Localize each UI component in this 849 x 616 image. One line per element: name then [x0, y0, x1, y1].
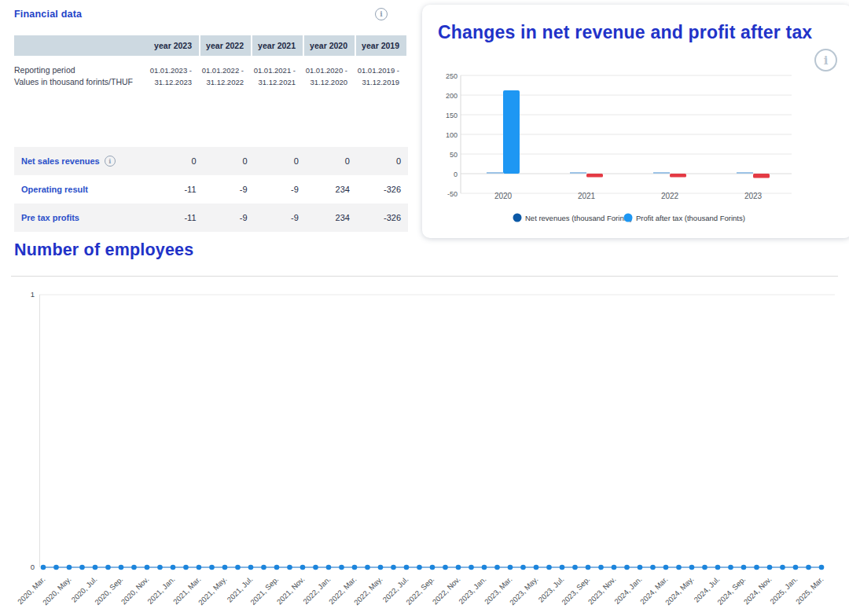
employees-point[interactable] [780, 565, 785, 570]
table-cell: 234 [306, 213, 357, 222]
table-cell: -11 [152, 185, 203, 194]
bar-profit-after-tax-2022[interactable] [670, 174, 686, 178]
employees-point[interactable] [430, 565, 436, 570]
employees-point[interactable] [534, 565, 539, 570]
table-cell: -9 [204, 185, 255, 194]
employees-point[interactable] [456, 565, 461, 570]
financial-data-title: Financial data [14, 9, 82, 20]
bar-profit-after-tax-2020[interactable] [503, 90, 520, 174]
bar-net-revenues-2021[interactable] [570, 172, 586, 174]
employees-point[interactable] [79, 565, 85, 570]
employees-point[interactable] [754, 565, 759, 570]
employees-point[interactable] [274, 565, 280, 570]
employees-point[interactable] [326, 565, 332, 570]
employees-point[interactable] [767, 565, 773, 570]
employees-point[interactable] [287, 565, 292, 570]
employees-point[interactable] [663, 565, 669, 570]
reporting-period-value: 01.01.2022 -31.12.2022 [199, 64, 251, 97]
employees-point[interactable] [93, 565, 98, 570]
table-cell: 234 [306, 185, 357, 194]
table-cell: 0 [357, 156, 408, 166]
employees-point[interactable] [494, 565, 500, 570]
legend-dot-profit-after-tax[interactable] [624, 214, 633, 222]
employees-point[interactable] [819, 565, 825, 570]
employees-point[interactable] [365, 565, 370, 570]
employees-point[interactable] [728, 565, 733, 570]
employees-point[interactable] [612, 565, 617, 570]
table-cell: 0 [255, 156, 306, 166]
employees-point[interactable] [404, 565, 410, 570]
employees-point[interactable] [157, 565, 163, 570]
employees-point[interactable] [119, 565, 124, 570]
employees-point[interactable] [131, 565, 137, 570]
employees-point[interactable] [520, 565, 526, 570]
axis-label: 100 [446, 131, 458, 139]
employees-point[interactable] [261, 565, 266, 570]
employees-point[interactable] [378, 565, 384, 570]
employees-point[interactable] [676, 565, 682, 570]
bar-profit-after-tax-2023[interactable] [753, 174, 770, 178]
employees-point[interactable] [248, 565, 254, 570]
employees-point[interactable] [469, 565, 474, 570]
axis-label: 2022, May. [352, 575, 384, 607]
axis-label: 250 [446, 72, 458, 80]
employees-point[interactable] [508, 565, 513, 570]
axis-label: 2024, Nov. [742, 575, 774, 607]
employees-point[interactable] [443, 565, 448, 570]
employees-point[interactable] [741, 565, 747, 570]
employees-point[interactable] [53, 565, 59, 570]
employees-point[interactable] [352, 565, 358, 570]
reporting-period-line1: Reporting period [14, 64, 147, 76]
employees-point[interactable] [183, 565, 189, 570]
legend-dot-net-revenues[interactable] [513, 214, 522, 222]
info-icon[interactable]: i [375, 8, 388, 20]
employees-point[interactable] [624, 565, 630, 570]
employees-point[interactable] [222, 565, 228, 570]
employees-point[interactable] [171, 565, 176, 570]
header-empty-cell [14, 35, 147, 56]
employees-point[interactable] [41, 565, 46, 570]
employees-point[interactable] [417, 565, 422, 570]
table-row: Net sales revenuesi00000 [14, 147, 408, 175]
employees-point[interactable] [339, 565, 344, 570]
revenue-profit-chart: 250200150100500-502020202120222023Net re… [422, 5, 849, 238]
axis-label: Profit after tax (thousand Forints) [636, 214, 745, 222]
bar-profit-after-tax-2021[interactable] [586, 174, 603, 178]
table-cell: -9 [255, 213, 306, 222]
employees-point[interactable] [689, 565, 695, 570]
employees-point[interactable] [572, 565, 578, 570]
axis-label: 2022, Sep. [404, 575, 436, 607]
employees-point[interactable] [806, 565, 811, 570]
employees-point[interactable] [391, 565, 396, 570]
employees-point[interactable] [560, 565, 565, 570]
employees-point[interactable] [300, 565, 306, 570]
info-icon[interactable]: i [105, 156, 116, 167]
bar-net-revenues-2022[interactable] [653, 172, 670, 174]
employees-point[interactable] [235, 565, 241, 570]
reporting-period-value: 01.01.2023 -31.12.2023 [147, 64, 199, 97]
reporting-period-value: 01.01.2019 -31.12.2019 [355, 64, 406, 97]
axis-label: 2020 [494, 192, 513, 200]
employees-point[interactable] [715, 565, 721, 570]
bar-net-revenues-2020[interactable] [487, 172, 503, 174]
employees-point[interactable] [105, 565, 111, 570]
employees-point[interactable] [546, 565, 552, 570]
employees-point[interactable] [313, 565, 318, 570]
column-header: year 2023 [147, 35, 199, 56]
employees-point[interactable] [598, 565, 604, 570]
employees-point[interactable] [209, 565, 215, 570]
employees-point[interactable] [197, 565, 202, 570]
table-row: Operating result-11-9-9234-326 [14, 175, 408, 204]
employees-point[interactable] [650, 565, 656, 570]
employees-point[interactable] [586, 565, 591, 570]
employees-point[interactable] [793, 565, 799, 570]
axis-label: 2023, Sep. [560, 575, 591, 607]
employees-point[interactable] [482, 565, 487, 570]
bar-net-revenues-2023[interactable] [737, 172, 753, 174]
employees-point[interactable] [638, 565, 643, 570]
employees-point[interactable] [702, 565, 708, 570]
employees-point[interactable] [145, 565, 150, 570]
employees-point[interactable] [67, 565, 72, 570]
reporting-period-label: Reporting periodValues in thousand forin… [14, 64, 147, 97]
axis-label: 50 [450, 151, 458, 159]
